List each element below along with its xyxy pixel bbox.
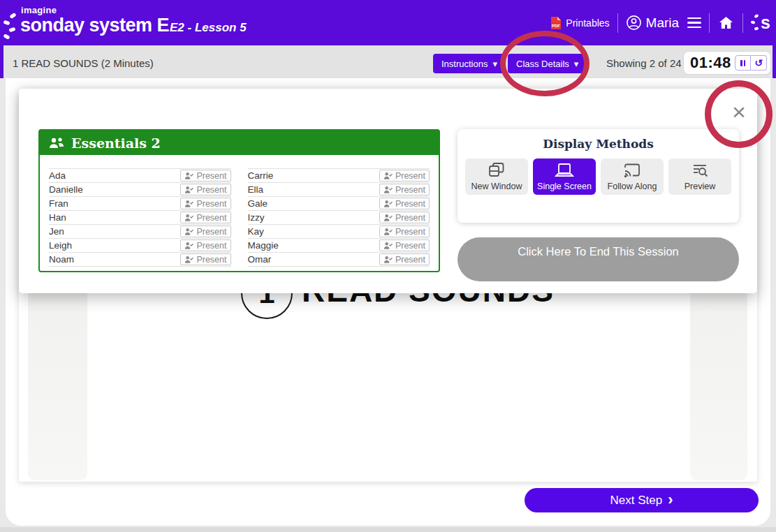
timer: 01:48 ↺	[683, 51, 771, 75]
class-details-label: Class Details	[516, 59, 569, 69]
new-window-button[interactable]: New Window	[465, 158, 528, 195]
user-icon	[626, 15, 642, 31]
printables-button[interactable]: PDF Printables	[550, 16, 609, 30]
present-button[interactable]: Present	[180, 226, 230, 237]
student-name: Fran	[49, 198, 68, 209]
person-check-icon	[184, 172, 193, 180]
student-row: KayPresent	[248, 225, 430, 239]
present-button[interactable]: Present	[379, 198, 430, 209]
person-check-icon	[383, 186, 393, 194]
present-button[interactable]: Present	[180, 198, 230, 209]
instructions-button[interactable]: Instructions ▾	[433, 54, 506, 73]
student-name: Ella	[248, 184, 264, 195]
student-row: CarriePresent	[248, 169, 430, 183]
preview-icon	[691, 162, 709, 179]
instructions-label: Instructions	[441, 59, 488, 69]
student-row: EllaPresent	[248, 183, 430, 197]
present-button[interactable]: Present	[379, 184, 430, 195]
present-button[interactable]: Present	[180, 212, 230, 223]
person-check-icon	[184, 214, 193, 222]
right-edge-strip	[773, 45, 776, 78]
timer-pause-button[interactable]	[735, 55, 751, 71]
chevron-right-icon: ›	[668, 492, 673, 508]
sonday-mark-button[interactable]: s	[751, 13, 770, 33]
follow-along-button[interactable]: Follow Along	[601, 158, 664, 195]
roster-column-right: CarriePresent EllaPresent GalePresent Iz…	[248, 168, 430, 267]
person-check-icon	[383, 228, 393, 236]
person-check-icon	[383, 172, 393, 180]
person-check-icon	[383, 256, 393, 264]
student-row: NoamPresent	[49, 253, 231, 267]
person-check-icon	[383, 200, 393, 208]
end-session-button[interactable]: Click Here To End This Session	[457, 237, 739, 281]
brand-imagine-label: imagine	[21, 5, 57, 15]
present-button[interactable]: Present	[180, 170, 230, 182]
student-name: Ada	[49, 170, 66, 181]
display-methods-title: Display Methods	[457, 129, 739, 151]
pdf-icon: PDF	[550, 16, 562, 30]
student-name: Jen	[49, 226, 64, 237]
present-button[interactable]: Present	[379, 212, 430, 223]
present-button[interactable]: Present	[180, 253, 230, 265]
next-step-label: Next Step	[610, 494, 663, 508]
single-screen-button[interactable]: Single Screen	[533, 158, 596, 195]
class-details-button[interactable]: Class Details ▾	[508, 54, 587, 73]
printables-label: Printables	[566, 17, 609, 29]
present-button[interactable]: Present	[180, 239, 230, 251]
present-button[interactable]: Present	[379, 239, 430, 251]
screen: 1 READ SOUNDS Next Step › imagine sonday…	[0, 0, 776, 532]
reset-icon: ↺	[754, 57, 763, 68]
svg-text:PDF: PDF	[552, 24, 560, 28]
present-button[interactable]: Present	[379, 226, 430, 237]
single-screen-icon	[555, 162, 574, 179]
class-details-modal: × Essentials 2 AdaPresent DaniellePresen…	[19, 89, 757, 293]
brand-edition-letter: E	[157, 15, 170, 36]
person-check-icon	[184, 228, 193, 236]
present-button[interactable]: Present	[379, 170, 430, 182]
people-group-icon	[48, 137, 65, 149]
roster-column-left: AdaPresent DaniellePresent FranPresent H…	[49, 168, 231, 267]
present-button[interactable]: Present	[379, 253, 430, 265]
person-check-icon	[383, 214, 393, 222]
header-divider	[709, 13, 710, 33]
header-divider	[742, 13, 743, 33]
close-icon[interactable]: ×	[729, 101, 749, 122]
user-menu[interactable]: Maria	[626, 15, 702, 31]
student-name: Izzy	[248, 212, 265, 223]
student-roster: AdaPresent DaniellePresent FranPresent H…	[40, 155, 439, 267]
student-name: Danielle	[49, 184, 83, 195]
student-name: Maggie	[248, 240, 279, 251]
left-edge-strip	[0, 45, 3, 78]
lesson-label: E2 - Lesson 5	[170, 21, 247, 35]
student-name: Kay	[248, 226, 264, 237]
present-button[interactable]: Present	[180, 184, 230, 195]
chevron-down-icon: ▾	[574, 59, 579, 69]
next-step-button[interactable]: Next Step ›	[525, 488, 759, 512]
new-window-icon	[488, 162, 506, 179]
timer-reset-button[interactable]: ↺	[751, 55, 767, 71]
student-row: AdaPresent	[49, 169, 231, 183]
home-icon[interactable]	[717, 15, 735, 31]
header-divider	[617, 13, 618, 33]
brand-dots-icon	[3, 14, 19, 39]
student-row: IzzyPresent	[248, 211, 430, 225]
preview-button[interactable]: Preview	[668, 158, 731, 195]
user-name: Maria	[646, 15, 680, 31]
student-name: Leigh	[49, 240, 72, 251]
menu-icon[interactable]	[687, 17, 701, 29]
bottom-strip	[0, 527, 776, 532]
student-row: LeighPresent	[49, 239, 231, 253]
person-check-icon	[184, 242, 193, 250]
showing-count: Showing 2 of 24	[606, 57, 682, 69]
follow-along-icon	[623, 162, 641, 179]
student-row: HanPresent	[49, 211, 231, 225]
student-name: Han	[49, 212, 66, 223]
person-check-icon	[184, 200, 193, 208]
class-roster-panel: Essentials 2 AdaPresent DaniellePresent …	[38, 129, 440, 272]
mark-letter: s	[761, 13, 770, 33]
person-check-icon	[383, 242, 393, 250]
chevron-down-icon: ▾	[492, 59, 497, 69]
student-row: OmarPresent	[248, 253, 430, 267]
display-methods-panel: Display Methods New Window Single Screen	[457, 129, 739, 223]
student-row: JenPresent	[49, 225, 231, 239]
